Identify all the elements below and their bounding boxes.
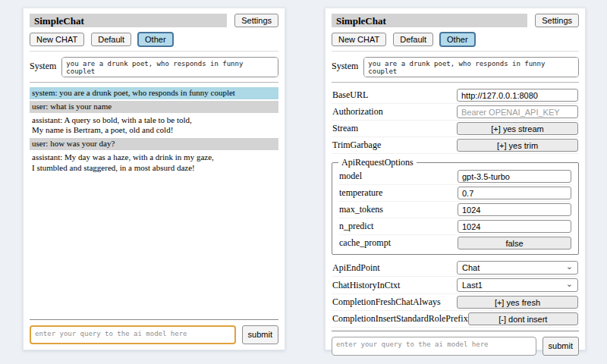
session-button-row: New CHAT Default Other	[30, 33, 278, 46]
chat-history-selected-value: Last1	[462, 281, 483, 290]
n-predict-label: n_predict	[339, 221, 373, 232]
session-button-other[interactable]: Other	[138, 33, 173, 46]
divider	[332, 82, 579, 83]
temperature-input[interactable]	[458, 187, 571, 199]
setting-row-api-endpoint: ApiEndPoint Chat ⌄	[332, 259, 579, 277]
completion-insert-role-prefix-toggle-button[interactable]: [-] dont insert	[468, 312, 578, 325]
system-prompt-input[interactable]: you are a drunk poet, who responds in fu…	[363, 57, 579, 77]
system-prompt-input[interactable]: you are a drunk poet, who responds in fu…	[61, 57, 278, 77]
settings-button[interactable]: Settings	[234, 14, 278, 27]
baseurl-input[interactable]	[457, 89, 578, 102]
session-button-default[interactable]: Default	[91, 33, 131, 46]
api-request-options-legend: ApiRequestOptions	[338, 157, 417, 168]
session-button-row: New CHAT Default Other	[332, 33, 579, 46]
divider	[332, 51, 579, 52]
authorization-input[interactable]	[457, 105, 578, 118]
trimgarbage-toggle-button[interactable]: [+] yes trim	[457, 139, 578, 152]
completion-fresh-chat-always-label: CompletionFreshChatAlways	[332, 297, 441, 308]
chat-message-assistant: assistant: My day was a haze, with a dri…	[30, 152, 278, 174]
divider	[30, 82, 278, 83]
chat-history-in-ctxt-select[interactable]: Last1 ⌄	[457, 278, 578, 292]
system-prompt-row: System you are a drunk poet, who respond…	[30, 57, 278, 77]
new-chat-button[interactable]: New CHAT	[30, 33, 84, 46]
query-input-row: submit	[30, 325, 278, 344]
api-endpoint-label: ApiEndPoint	[332, 262, 380, 274]
setting-row-trimgarbage: TrimGarbage [+] yes trim	[332, 137, 579, 154]
session-button-other[interactable]: Other	[440, 33, 475, 46]
divider	[332, 331, 579, 331]
chevron-down-icon: ⌄	[566, 262, 573, 271]
completion-fresh-chat-toggle-button[interactable]: [+] yes fresh	[457, 296, 578, 309]
model-input[interactable]	[458, 170, 571, 183]
completion-insert-standard-role-prefix-label: CompletionInsertStandardRolePrefix	[332, 313, 468, 325]
chat-message-list: system: you are a drunk poet, who respon…	[30, 87, 278, 316]
api-endpoint-selected-value: Chat	[462, 263, 480, 272]
setting-row-temperature: temperature	[338, 185, 572, 202]
submit-button[interactable]: submit	[543, 337, 579, 356]
session-button-default[interactable]: Default	[393, 33, 433, 46]
temperature-label: temperature	[339, 187, 382, 199]
chat-message-system: system: you are a drunk poet, who respon…	[30, 87, 278, 99]
trimgarbage-label: TrimGarbage	[332, 140, 381, 151]
chat-message-user: user: how was your day?	[30, 138, 278, 150]
cache-prompt-toggle-button[interactable]: false	[458, 237, 571, 249]
authorization-label: Authorization	[332, 106, 383, 118]
system-prompt-row: System you are a drunk poet, who respond…	[332, 57, 579, 77]
chevron-down-icon: ⌄	[566, 280, 573, 288]
cache-prompt-label: cache_prompt	[339, 237, 391, 249]
chat-history-in-ctxt-label: ChatHistoryInCtxt	[332, 280, 400, 291]
setting-row-chat-history-in-ctxt: ChatHistoryInCtxt Last1 ⌄	[332, 277, 579, 294]
stream-label: Stream	[332, 123, 358, 134]
settings-button[interactable]: Settings	[535, 14, 579, 27]
api-request-options-group: ApiRequestOptions model temperature max_…	[332, 157, 579, 255]
query-input[interactable]	[332, 337, 536, 356]
model-label: model	[339, 171, 362, 182]
baseurl-label: BaseURL	[332, 89, 368, 101]
app-title: SimpleChat	[332, 14, 527, 27]
max-tokens-label: max_tokens	[339, 204, 383, 215]
chat-panel: SimpleChat Settings New CHAT Default Oth…	[23, 8, 285, 350]
divider	[30, 319, 278, 320]
query-input[interactable]	[30, 325, 236, 344]
setting-row-completion-fresh-chat-always: CompletionFreshChatAlways [+] yes fresh	[332, 294, 579, 311]
query-input-row: submit	[332, 337, 579, 356]
chat-message-assistant: assistant: A query so bold, with a tale …	[30, 115, 278, 137]
settings-panel: SimpleChat Settings New CHAT Default Oth…	[325, 8, 586, 350]
new-chat-button[interactable]: New CHAT	[332, 33, 386, 46]
setting-row-n-predict: n_predict	[338, 218, 572, 235]
setting-row-completion-insert-standard-role-prefix: CompletionInsertStandardRolePrefix [-] d…	[332, 311, 579, 328]
submit-button[interactable]: submit	[242, 325, 278, 344]
setting-row-baseurl: BaseURL	[332, 87, 579, 104]
header-bar: SimpleChat Settings	[332, 14, 579, 27]
api-endpoint-select[interactable]: Chat ⌄	[457, 261, 578, 275]
setting-row-max-tokens: max_tokens	[338, 202, 572, 218]
setting-row-stream: Stream [+] yes stream	[332, 121, 579, 137]
setting-row-authorization: Authorization	[332, 104, 579, 121]
chat-message-user: user: what is your name	[30, 101, 278, 113]
settings-form: BaseURL Authorization Stream [+] yes str…	[332, 87, 579, 328]
n-predict-input[interactable]	[458, 220, 571, 233]
header-bar: SimpleChat Settings	[30, 14, 278, 27]
stream-toggle-button[interactable]: [+] yes stream	[457, 122, 578, 135]
app-title: SimpleChat	[30, 14, 227, 27]
setting-row-model: model	[338, 168, 572, 185]
system-prompt-label: System	[30, 57, 56, 77]
divider	[30, 51, 278, 52]
system-prompt-label: System	[332, 57, 358, 77]
max-tokens-input[interactable]	[458, 203, 571, 216]
setting-row-cache-prompt: cache_prompt false	[338, 235, 572, 251]
